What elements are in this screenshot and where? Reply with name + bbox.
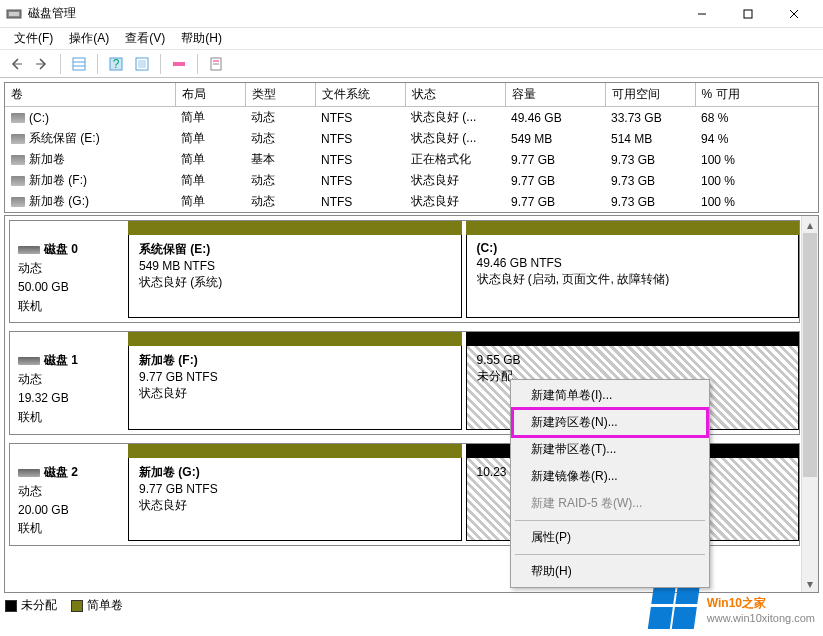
disk-row: 磁盘 0动态50.00 GB联机系统保留 (E:)549 MB NTFS状态良好… bbox=[9, 220, 800, 323]
menu-bar: 文件(F) 操作(A) 查看(V) 帮助(H) bbox=[0, 28, 823, 50]
forward-button[interactable] bbox=[30, 53, 54, 75]
disk-label[interactable]: 磁盘 0动态50.00 GB联机 bbox=[10, 221, 128, 322]
menu-file[interactable]: 文件(F) bbox=[6, 28, 61, 49]
windows-logo-icon bbox=[647, 582, 702, 630]
menu-view[interactable]: 查看(V) bbox=[117, 28, 173, 49]
volume-icon bbox=[11, 134, 25, 144]
svg-rect-1 bbox=[9, 12, 19, 16]
table-row[interactable]: (C:)简单动态NTFS状态良好 (...49.46 GB33.73 GB68 … bbox=[5, 107, 818, 129]
maximize-button[interactable] bbox=[725, 0, 771, 28]
context-menu-item[interactable]: 属性(P) bbox=[513, 524, 707, 551]
table-row[interactable]: 新加卷简单基本NTFS正在格式化9.77 GB9.73 GB100 % bbox=[5, 149, 818, 170]
toolbar-separator bbox=[160, 54, 161, 74]
volume-icon bbox=[11, 113, 25, 123]
volume-icon bbox=[11, 176, 25, 186]
toolbar-separator bbox=[197, 54, 198, 74]
menu-help[interactable]: 帮助(H) bbox=[173, 28, 230, 49]
close-button[interactable] bbox=[771, 0, 817, 28]
toolbar: ? bbox=[0, 50, 823, 78]
toolbar-separator bbox=[97, 54, 98, 74]
window-controls bbox=[679, 0, 817, 28]
col-layout[interactable]: 布局 bbox=[175, 83, 245, 107]
table-row[interactable]: 新加卷 (G:)简单动态NTFS状态良好9.77 GB9.73 GB100 % bbox=[5, 191, 818, 212]
view-list-button[interactable] bbox=[67, 53, 91, 75]
watermark-brand1: Win10 bbox=[707, 596, 742, 610]
svg-rect-3 bbox=[744, 10, 752, 18]
menu-separator bbox=[515, 554, 705, 555]
context-menu-item[interactable]: 新建带区卷(T)... bbox=[513, 436, 707, 463]
svg-rect-13 bbox=[173, 62, 185, 66]
partition[interactable]: 系统保留 (E:)549 MB NTFS状态良好 (系统) bbox=[128, 221, 462, 318]
disk-icon bbox=[18, 357, 40, 365]
svg-rect-6 bbox=[73, 58, 85, 70]
help-button[interactable]: ? bbox=[104, 53, 128, 75]
refresh-button[interactable] bbox=[130, 53, 154, 75]
partition[interactable]: 新加卷 (G:)9.77 GB NTFS状态良好 bbox=[128, 444, 462, 541]
svg-text:?: ? bbox=[113, 57, 120, 71]
disk-label[interactable]: 磁盘 2动态20.00 GB联机 bbox=[10, 444, 128, 545]
col-status[interactable]: 状态 bbox=[405, 83, 505, 107]
app-icon bbox=[6, 6, 22, 22]
col-volume[interactable]: 卷 bbox=[5, 83, 175, 107]
window-title: 磁盘管理 bbox=[28, 5, 679, 22]
legend: 未分配 简单卷 bbox=[5, 597, 123, 614]
table-row[interactable]: 系统保留 (E:)简单动态NTFS状态良好 (...549 MB514 MB94… bbox=[5, 128, 818, 149]
volume-table-container: 卷 布局 类型 文件系统 状态 容量 可用空间 % 可用 (C:)简单动态NTF… bbox=[4, 82, 819, 213]
context-menu-item[interactable]: 新建跨区卷(N)... bbox=[513, 409, 707, 436]
disk-icon bbox=[18, 469, 40, 477]
disk-icon bbox=[18, 246, 40, 254]
partition[interactable]: 新加卷 (F:)9.77 GB NTFS状态良好 bbox=[128, 332, 462, 429]
col-free[interactable]: 可用空间 bbox=[605, 83, 695, 107]
context-menu: 新建简单卷(I)...新建跨区卷(N)...新建带区卷(T)...新建镜像卷(R… bbox=[510, 379, 710, 588]
menu-separator bbox=[515, 520, 705, 521]
table-row[interactable]: 新加卷 (F:)简单动态NTFS状态良好9.77 GB9.73 GB100 % bbox=[5, 170, 818, 191]
legend-simple-volume: 简单卷 bbox=[71, 597, 123, 614]
watermark: Win10之家 www.win10xitong.com bbox=[651, 582, 815, 630]
scrollbar[interactable]: ▴ ▾ bbox=[801, 216, 818, 592]
legend-unallocated: 未分配 bbox=[5, 597, 57, 614]
scroll-thumb[interactable] bbox=[803, 233, 817, 477]
volume-icon bbox=[11, 155, 25, 165]
context-menu-item[interactable]: 新建简单卷(I)... bbox=[513, 382, 707, 409]
title-bar: 磁盘管理 bbox=[0, 0, 823, 28]
partition[interactable]: (C:)49.46 GB NTFS状态良好 (启动, 页面文件, 故障转储) bbox=[466, 221, 800, 318]
watermark-brand2: 之家 bbox=[742, 596, 766, 610]
col-type[interactable]: 类型 bbox=[245, 83, 315, 107]
disk-label[interactable]: 磁盘 1动态19.32 GB联机 bbox=[10, 332, 128, 433]
toolbar-separator bbox=[60, 54, 61, 74]
context-menu-item: 新建 RAID-5 卷(W)... bbox=[513, 490, 707, 517]
back-button[interactable] bbox=[4, 53, 28, 75]
col-cap[interactable]: 容量 bbox=[505, 83, 605, 107]
col-fs[interactable]: 文件系统 bbox=[315, 83, 405, 107]
svg-rect-12 bbox=[138, 60, 146, 68]
col-pct[interactable]: % 可用 bbox=[695, 83, 818, 107]
properties-button[interactable] bbox=[204, 53, 228, 75]
menu-action[interactable]: 操作(A) bbox=[61, 28, 117, 49]
context-menu-item[interactable]: 新建镜像卷(R)... bbox=[513, 463, 707, 490]
scroll-up-icon[interactable]: ▴ bbox=[802, 216, 818, 233]
watermark-url: www.win10xitong.com bbox=[707, 612, 815, 624]
action-button[interactable] bbox=[167, 53, 191, 75]
context-menu-item[interactable]: 帮助(H) bbox=[513, 558, 707, 585]
volume-table[interactable]: 卷 布局 类型 文件系统 状态 容量 可用空间 % 可用 (C:)简单动态NTF… bbox=[5, 83, 818, 212]
volume-icon bbox=[11, 197, 25, 207]
minimize-button[interactable] bbox=[679, 0, 725, 28]
